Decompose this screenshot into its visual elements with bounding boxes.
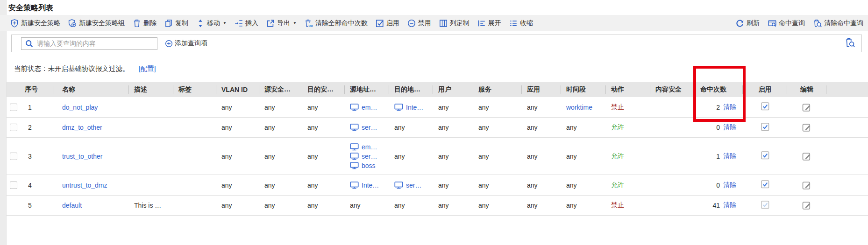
clear-hits-link[interactable]: 清除 [723, 103, 736, 112]
time-range-link[interactable]: worktime [566, 104, 592, 111]
policy-table: 序号 名称 描述 标签 VLAN ID 源安全… 目的安… 源地址… 目的地… … [7, 82, 868, 216]
configure-link[interactable]: [配置] [139, 64, 156, 73]
insert-button[interactable]: 插入 [235, 19, 258, 28]
new-policy-group-button[interactable]: 新建安全策略组 [68, 19, 125, 28]
src-address-link[interactable]: em… [350, 104, 377, 111]
hit-count: 0 [716, 124, 720, 131]
cell-tag [173, 97, 216, 117]
expand-button[interactable]: 展开 [477, 19, 501, 28]
src-address-link[interactable]: em… [350, 143, 377, 151]
address-label: Inte… [406, 104, 423, 111]
cell-dst-zone: any [302, 97, 345, 117]
table-row: 4 untrust_to_dmz any any any Inte… ser… … [7, 175, 868, 196]
move-button[interactable]: 移动▼ [196, 19, 227, 28]
row-select-checkbox[interactable] [10, 153, 17, 160]
row-select-checkbox[interactable] [10, 104, 17, 111]
copy-icon [164, 19, 173, 28]
cell-src-zone: any [259, 138, 302, 175]
cell-time-range: any [561, 138, 606, 175]
row-number: 5 [21, 196, 54, 215]
trash-search-icon [845, 38, 855, 48]
header-hit-count: 命中次数 [695, 82, 743, 97]
new-policy-button[interactable]: 新建安全策略 [10, 19, 60, 28]
enabled-checkbox[interactable] [761, 151, 769, 161]
collapse-button[interactable]: 收缩 [509, 19, 533, 28]
cell-dst-zone: any [302, 175, 345, 195]
clear-hits-link[interactable]: 清除 [723, 152, 736, 161]
copy-button[interactable]: 复制 [164, 19, 188, 28]
status-label: 当前状态： [14, 64, 48, 73]
enabled-checkbox[interactable] [761, 123, 769, 133]
delete-button[interactable]: 删除 [133, 19, 157, 28]
src-address-link[interactable]: Inte… [350, 182, 379, 189]
button-label: 删除 [143, 19, 157, 28]
left-gutter [0, 0, 7, 245]
policy-name-link[interactable]: dmz_to_other [62, 124, 102, 131]
cell-dst-address: any [389, 118, 433, 137]
header-service: 服务 [473, 82, 522, 97]
checkbox-checked-icon [761, 123, 769, 131]
cell-action: 允许 [606, 175, 650, 195]
policy-name-link[interactable]: default [62, 202, 82, 209]
export-button[interactable]: 导出▼ [266, 19, 297, 28]
refresh-button[interactable]: 刷新 [736, 19, 760, 28]
policy-name-link[interactable]: do_not_play [62, 104, 98, 111]
cell-user: any [433, 138, 473, 175]
cell-action: 禁止 [606, 196, 650, 215]
edit-icon[interactable] [802, 201, 811, 210]
dst-address-link[interactable]: ser… [394, 182, 421, 189]
svg-text:00: 00 [308, 23, 313, 28]
table-row: 5 default This is … any any any any any … [7, 196, 868, 216]
row-select-checkbox[interactable] [10, 182, 17, 189]
cell-application: any [522, 97, 561, 117]
src-address-link[interactable]: ser… [350, 124, 377, 131]
clear-all-hits-button[interactable]: 00 清除全部命中次数 [305, 19, 368, 28]
cell-src-zone: any [259, 175, 302, 195]
enabled-checkbox[interactable] [761, 102, 769, 112]
edit-icon[interactable] [802, 103, 811, 112]
policy-name-link[interactable]: trust_to_other [62, 153, 102, 160]
edit-icon[interactable] [802, 181, 811, 190]
cell-vlan: any [216, 175, 259, 195]
add-query-item-button[interactable]: 添加查询项 [165, 39, 207, 48]
clear-hit-query-button[interactable]: 清除命中查询 [813, 19, 863, 28]
disable-button[interactable]: 禁用 [407, 19, 431, 28]
header-user: 用户 [433, 82, 473, 97]
host-icon [394, 104, 403, 111]
button-label: 禁用 [418, 19, 431, 28]
src-address-link[interactable]: boss [350, 162, 376, 169]
clear-hits-link[interactable]: 清除 [723, 201, 736, 210]
enable-button[interactable]: 启用 [376, 19, 399, 28]
edit-icon[interactable] [802, 152, 811, 161]
cell-vlan: any [216, 118, 259, 137]
cell-content-security [650, 196, 695, 215]
checkbox-checked-icon [761, 180, 769, 189]
edit-icon[interactable] [802, 123, 811, 132]
clear-search-query-button[interactable] [845, 38, 855, 49]
address-label: em… [362, 104, 377, 111]
refresh-icon [736, 19, 744, 28]
cell-application: any [522, 118, 561, 137]
clear-hits-link[interactable]: 清除 [723, 181, 736, 189]
header-dst-zone: 目的安… [302, 82, 345, 97]
hit-query-button[interactable]: 命中查询 [768, 19, 805, 28]
search-input[interactable] [33, 38, 157, 49]
button-label: 复制 [175, 19, 188, 28]
address-label: ser… [362, 124, 377, 131]
cell-action: 允许 [606, 118, 650, 137]
enabled-checkbox[interactable] [761, 180, 769, 190]
src-address-link[interactable]: ser… [350, 153, 377, 160]
dst-address-link[interactable]: Inte… [394, 104, 423, 111]
cell-vlan: any [216, 97, 259, 117]
cell-tag [173, 118, 216, 137]
cell-user: any [433, 175, 473, 195]
row-select-checkbox[interactable] [10, 124, 17, 131]
trash-icon [133, 19, 141, 28]
policy-name-link[interactable]: untrust_to_dmz [62, 182, 107, 189]
button-label: 清除全部命中次数 [315, 19, 368, 28]
cell-dst-address: any [389, 138, 433, 175]
column-customize-button[interactable]: 列定制 [439, 19, 470, 28]
cell-content-security [650, 175, 695, 195]
clear-hits-link[interactable]: 清除 [723, 123, 736, 132]
chevron-down-icon: ▼ [293, 21, 297, 25]
